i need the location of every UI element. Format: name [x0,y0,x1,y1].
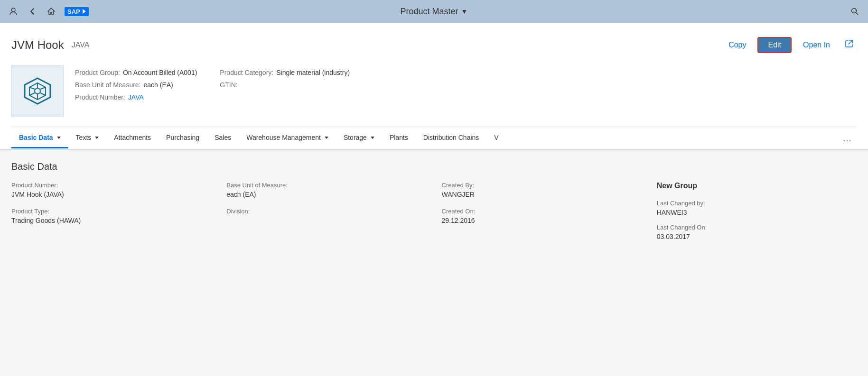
col-new-group: New Group Last Changed by: HANWEI3 Last … [657,182,857,240]
base-uom-field-label: Base Unit of Measure: [226,182,426,189]
tab-attachments[interactable]: Attachments [106,128,159,148]
field-created-on: Created On: 29.12.2016 [442,208,642,224]
shell-bar-title-group: Product Master ▼ [401,7,468,17]
product-category-row: Product Category: Single material (indus… [220,69,350,76]
created-on-label: Created On: [442,208,642,215]
field-last-changed-on: Last Changed On: 03.03.2017 [657,224,857,240]
product-info-section: Product Group: On Account Billed (A001) … [11,61,857,127]
last-changed-on-label: Last Changed On: [657,224,857,231]
object-subtitle: JAVA [72,41,90,49]
edit-button[interactable]: Edit [757,37,792,53]
sap-logo: SAP [65,7,89,16]
search-icon[interactable] [849,6,860,17]
svg-line-3 [849,40,852,44]
tab-purchasing[interactable]: Purchasing [159,128,207,148]
svg-line-10 [40,93,46,95]
product-type-label: Product Type: [11,208,211,215]
created-by-value: WANGJER [442,191,642,198]
tabs-bar: Basic Data Texts Attachments Purchasing … [0,127,868,150]
object-header: JVM Hook JAVA Copy Edit Open In [11,30,857,61]
col-uom: Base Unit of Measure: each (EA) Division… [226,182,426,240]
shell-bar-right [849,6,860,17]
basic-data-section-title: Basic Data [11,161,857,172]
created-by-label: Created By: [442,182,642,189]
detail-col-left: Product Group: On Account Billed (A001) … [75,69,197,101]
svg-line-12 [29,93,35,95]
product-image [11,65,64,117]
warehouse-dropdown-icon [325,137,328,139]
main-content: Basic Data Product Number: JVM Hook (JAV… [0,150,868,339]
share-button[interactable] [841,36,857,54]
tab-warehouse-management[interactable]: Warehouse Management [239,128,336,148]
product-details: Product Group: On Account Billed (A001) … [75,65,350,101]
texts-dropdown-icon [95,137,99,139]
product-type-value: Trading Goods (HAWA) [11,217,211,224]
created-on-value: 29.12.2016 [442,217,642,224]
storage-dropdown-icon [371,137,374,139]
product-number-row: Product Number: JAVA [75,93,197,101]
svg-point-6 [35,88,40,94]
field-division: Division: [226,208,426,217]
new-group-title: New Group [657,182,857,190]
product-group-label: Product Group: [75,69,120,76]
home-icon[interactable] [46,6,57,17]
content-area: JVM Hook JAVA Copy Edit Open In [0,23,868,127]
tab-storage[interactable]: Storage [336,128,382,148]
base-uom-label: Base Unit of Measure: [75,81,141,89]
field-created-by: Created By: WANGJER [442,182,642,198]
product-group-value: On Account Billed (A001) [123,69,197,76]
tab-plants[interactable]: Plants [382,128,416,148]
tab-texts[interactable]: Texts [68,128,107,148]
tab-sales[interactable]: Sales [207,128,239,148]
svg-line-9 [29,87,35,89]
product-category-value: Single material (industry) [276,69,350,76]
col-product-number: Product Number: JVM Hook (JAVA) Product … [11,182,211,240]
shell-bar: SAP Product Master ▼ [0,0,868,23]
copy-button[interactable]: Copy [723,38,752,52]
header-actions: Copy Edit Open In [723,36,857,54]
gtin-row: GTIN: [220,81,350,89]
product-category-label: Product Category: [220,69,273,76]
back-icon[interactable] [27,6,38,17]
division-label: Division: [226,208,426,215]
base-uom-value: each (EA) [144,81,173,89]
base-uom-row: Base Unit of Measure: each (EA) [75,81,197,89]
svg-line-2 [856,13,859,15]
product-group-row: Product Group: On Account Billed (A001) [75,69,197,76]
basic-data-dropdown-icon [57,137,61,139]
last-changed-on-value: 03.03.2017 [657,233,857,240]
field-product-type: Product Type: Trading Goods (HAWA) [11,208,211,224]
base-uom-field-value: each (EA) [226,191,426,198]
tab-more-button[interactable]: … [839,127,857,149]
field-product-number: Product Number: JVM Hook (JAVA) [11,182,211,198]
field-base-uom: Base Unit of Measure: each (EA) [226,182,426,198]
svg-point-0 [11,8,15,12]
detail-col-right: Product Category: Single material (indus… [220,69,350,89]
app-title: Product Master [401,7,458,17]
product-number-link[interactable]: JAVA [128,93,144,101]
object-title-group: JVM Hook JAVA [11,38,89,52]
last-changed-by-label: Last Changed by: [657,200,857,207]
title-dropdown-icon[interactable]: ▼ [461,8,468,15]
gtin-label: GTIN: [220,81,237,89]
product-number-field-label: Product Number: [11,182,211,189]
field-last-changed-by: Last Changed by: HANWEI3 [657,200,857,216]
tab-basic-data[interactable]: Basic Data [11,128,68,148]
product-number-field-value: JVM Hook (JAVA) [11,191,211,198]
last-changed-by-value: HANWEI3 [657,209,857,216]
product-number-label: Product Number: [75,93,125,101]
open-in-button[interactable]: Open In [797,38,836,52]
col-created: Created By: WANGJER Created On: 29.12.20… [442,182,642,240]
shell-bar-left: SAP [8,6,89,17]
tab-distribution-chains[interactable]: Distribution Chains [416,128,487,148]
svg-line-11 [40,87,46,89]
object-title: JVM Hook [11,38,64,52]
person-icon[interactable] [8,6,19,17]
tab-v[interactable]: V [486,128,506,148]
basic-data-grid: Product Number: JVM Hook (JAVA) Product … [11,182,857,240]
